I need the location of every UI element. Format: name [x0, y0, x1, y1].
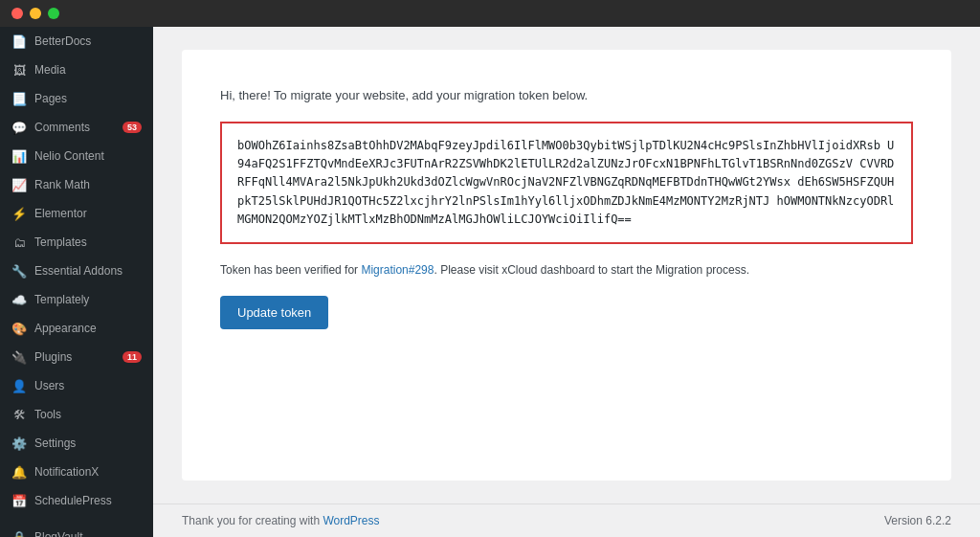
sidebar-item-label: Pages [34, 92, 67, 105]
sidebar-item-label: Elementor [34, 207, 87, 220]
sidebar-item-label: Templates [34, 235, 87, 249]
sidebar-item-users[interactable]: 👤 Users [0, 371, 153, 400]
sidebar-item-essential-addons[interactable]: 🔧 Essential Addons [0, 257, 153, 285]
main-content: Hi, there! To migrate your website, add … [153, 0, 980, 537]
settings-icon: ⚙️ [11, 436, 27, 451]
users-icon: 👤 [11, 378, 27, 393]
sidebar-item-label: Comments [34, 121, 90, 134]
sidebar-item-pages[interactable]: 📃 Pages [0, 84, 153, 113]
sidebar-item-plugins[interactable]: 🔌 Plugins 11 [0, 343, 153, 371]
comments-icon: 💬 [11, 120, 27, 135]
notificationx-icon: 🔔 [11, 464, 27, 480]
blogvault-icon: 🔒 [11, 529, 27, 537]
nelio-icon: 📊 [11, 148, 27, 164]
sidebar-item-label: Settings [34, 436, 76, 450]
templately-icon: ☁️ [11, 292, 27, 307]
sidebar-item-comments[interactable]: 💬 Comments 53 [0, 113, 153, 142]
sidebar-item-label: BetterDocs [34, 34, 91, 48]
sidebar-item-settings[interactable]: ⚙️ Settings [0, 429, 153, 458]
intro-text: Hi, there! To migrate your website, add … [220, 88, 913, 102]
sidebar-item-notificationx[interactable]: 🔔 NotificationX [0, 458, 153, 486]
plugins-badge: 11 [122, 351, 142, 363]
sidebar-item-label: Templately [34, 293, 89, 306]
sidebar-item-label: NotificationX [34, 465, 99, 479]
titlebar [0, 0, 980, 27]
maximize-button[interactable] [48, 8, 59, 19]
footer: Thank you for creating with WordPress Ve… [153, 503, 980, 537]
tools-icon: 🛠 [11, 407, 27, 422]
sidebar-item-label: SchedulePress [34, 494, 112, 507]
sidebar-item-label: Media [34, 63, 66, 77]
sidebar-item-appearance[interactable]: 🎨 Appearance [0, 314, 153, 343]
sidebar-item-label: Nelio Content [34, 149, 104, 163]
essential-addons-icon: 🔧 [11, 263, 27, 279]
close-button[interactable] [11, 8, 23, 19]
sidebar-item-label: Appearance [34, 322, 97, 335]
sidebar-item-blogvault[interactable]: 🔒 BlogVault [0, 523, 153, 537]
sidebar-item-elementor[interactable]: ⚡ Elementor [0, 199, 153, 228]
sidebar-item-label: Tools [34, 408, 61, 421]
sidebar-item-templately[interactable]: ☁️ Templately [0, 285, 153, 314]
content-area: Hi, there! To migrate your website, add … [153, 27, 980, 503]
sidebar-item-label: Essential Addons [34, 264, 122, 278]
sidebar-item-label: Users [34, 379, 64, 392]
sidebar-item-templates[interactable]: 🗂 Templates [0, 228, 153, 257]
sidebar-item-label: Plugins [34, 350, 72, 364]
sidebar-item-schedulepress[interactable]: 📅 SchedulePress [0, 486, 153, 515]
elementor-icon: ⚡ [11, 206, 27, 221]
templates-icon: 🗂 [11, 235, 27, 250]
schedulepress-icon: 📅 [11, 493, 27, 508]
betterdocs-icon: 📄 [11, 34, 27, 49]
sidebar-item-label: Rank Math [34, 178, 90, 191]
verified-prefix: Token has been verified for [220, 263, 361, 277]
verified-text: Token has been verified for Migration#29… [220, 263, 913, 277]
rankmath-icon: 📈 [11, 177, 27, 192]
migration-link[interactable]: Migration#298 [361, 263, 434, 277]
pages-icon: 📃 [11, 91, 27, 106]
sidebar-item-tools[interactable]: 🛠 Tools [0, 400, 153, 429]
version-label: Version 6.2.2 [884, 514, 951, 527]
token-box[interactable]: bOWOhZ6Iainhs8ZsaBtOhhDV2MAbqF9zeyJpdil6… [220, 122, 913, 244]
media-icon: 🖼 [11, 62, 27, 78]
plugins-icon: 🔌 [11, 349, 27, 365]
appearance-icon: 🎨 [11, 321, 27, 336]
sidebar-item-label: BlogVault [34, 530, 82, 537]
sidebar-item-nelio[interactable]: 📊 Nelio Content [0, 142, 153, 170]
sidebar-item-media[interactable]: 🖼 Media [0, 56, 153, 84]
sidebar-item-rankmath[interactable]: 📈 Rank Math [0, 170, 153, 199]
minimize-button[interactable] [30, 8, 41, 19]
sidebar-item-betterdocs[interactable]: 📄 BetterDocs [0, 27, 153, 56]
comments-badge: 53 [122, 122, 142, 133]
wordpress-link[interactable]: WordPress [323, 514, 379, 527]
update-token-button[interactable]: Update token [220, 296, 328, 329]
footer-text: Thank you for creating with WordPress [182, 514, 380, 527]
verified-suffix: . Please visit xCloud dashboard to start… [434, 263, 749, 277]
sidebar: 📄 BetterDocs 🖼 Media 📃 Pages 💬 Comments … [0, 0, 153, 537]
white-card: Hi, there! To migrate your website, add … [182, 50, 951, 481]
thank-you-text: Thank you for creating with [182, 514, 323, 527]
